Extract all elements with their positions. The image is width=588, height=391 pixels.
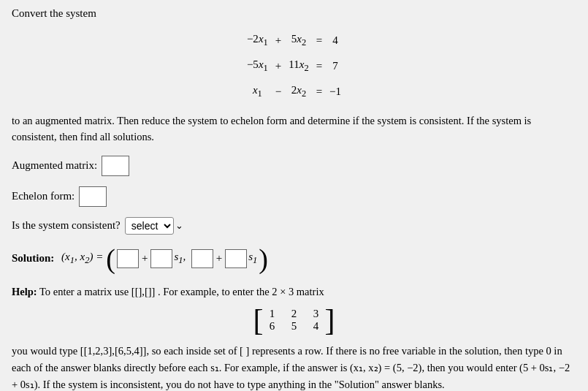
consistent-select[interactable]: select yes no [125,217,174,235]
help-section: Help: To enter a matrix use [[],[]] . Fo… [12,284,576,391]
matrix-example: [ 1 2 3 6 5 4 ] [12,305,576,335]
sol-plus-1: + [142,252,148,265]
sol-box-3[interactable] [191,249,213,268]
matrix-bracket-right: ] [325,305,335,335]
matrix-bracket-left: [ [253,305,264,335]
sol-plus-2: + [216,252,222,265]
sol-box-1[interactable] [117,249,139,268]
sol-box-2[interactable] [150,249,172,268]
echelon-form-input[interactable] [79,186,107,207]
cell-1-3: 3 [310,308,322,320]
matrix-row-2: 6 5 4 [267,320,322,333]
augmented-matrix-row: Augmented matrix: [12,156,576,176]
augmented-label: Augmented matrix: [12,159,97,172]
sol-s1-label-2: s1 [248,251,257,266]
echelon-label: Echelon form: [12,190,75,202]
cell-2-1: 6 [267,320,278,333]
cell-1-2: 2 [289,308,300,320]
left-paren: ( [106,245,115,273]
consistent-row: Is the system consistent? select yes no … [12,217,576,235]
sol-box-4[interactable] [225,249,247,268]
solution-inner: + s1, + s1 [115,249,259,268]
right-paren: ) [259,245,268,273]
instructions: to an augmented matrix. Then reduce the … [12,113,576,145]
equations-display: −2x1 + 5x2 = 4 −5x1 + 11x2 = 7 x1 − 2x2 … [12,27,576,104]
solution-row: Solution: (x1, x2) = ( + s1, + s1 ) [12,245,576,273]
page-title: Convert the system [12,7,576,20]
sol-s1-label-1: s1, [174,251,186,266]
help-text: Help: To enter a matrix use [[],[]] . Fo… [12,284,576,300]
cell-1-1: 1 [267,308,278,320]
echelon-form-row: Echelon form: [12,186,576,207]
cell-2-2: 5 [289,320,300,333]
solution-label: Solution: [12,252,54,265]
matrix-row-1: 1 2 3 [267,308,322,320]
cell-2-3: 4 [310,320,322,333]
footer-text: you would type [[1,2,3],[6,5,4]], so eac… [12,343,576,391]
augmented-matrix-input[interactable] [102,156,129,176]
matrix-content: 1 2 3 6 5 4 [267,308,322,333]
consistent-label: Is the system consistent? [12,219,121,232]
